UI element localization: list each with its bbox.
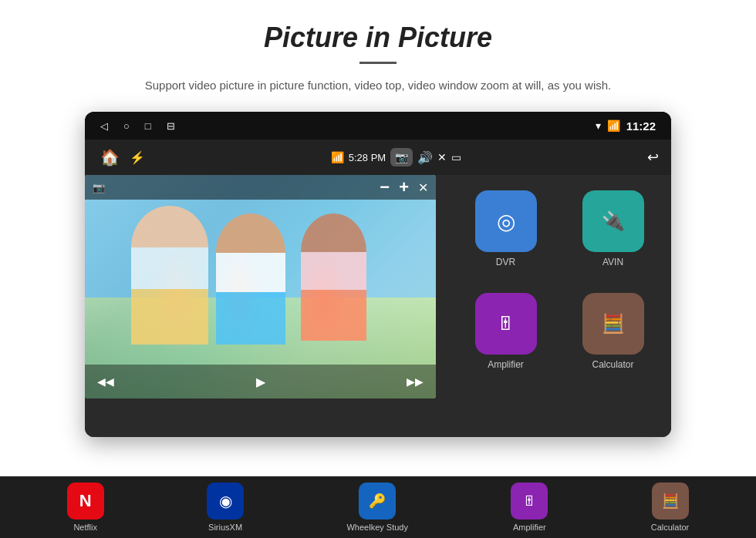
location-icon: ▾ xyxy=(596,119,601,132)
device-frame: ◁ ○ □ ⊟ ▾ 📶 11:22 🏠 ⚡ 📶 5:28 PM xyxy=(85,112,671,437)
amplifier-icon: 🎚 xyxy=(475,293,537,355)
status-bar: ◁ ○ □ ⊟ ▾ 📶 11:22 xyxy=(85,112,671,140)
nav-bar-right: ↩ xyxy=(647,149,659,166)
wifi-icon: 📶 xyxy=(607,119,620,132)
page-wrapper: Picture in Picture Support video picture… xyxy=(0,0,756,437)
page-description: Support video picture in picture functio… xyxy=(145,76,611,95)
pip-minus-btn[interactable]: − xyxy=(380,177,390,197)
dvr-icon: ◎ xyxy=(475,190,537,252)
figure3 xyxy=(301,214,366,341)
page-title: Picture in Picture xyxy=(264,22,492,54)
avin-icon: 🔌 xyxy=(582,190,644,252)
title-divider xyxy=(359,62,397,64)
calculator-icon: 🧮 xyxy=(582,293,644,355)
wifi-nav-icon: 📶 xyxy=(331,151,344,163)
camera-icon: 📷 xyxy=(395,151,408,163)
app-dvr[interactable]: ◎ DVR xyxy=(458,190,553,281)
menu-nav-icon[interactable]: ⊟ xyxy=(167,120,175,132)
status-time: 11:22 xyxy=(626,119,656,133)
main-content: ◎ 📷 − + ✕ xyxy=(85,175,671,437)
app-calculator[interactable]: 🧮 Calculator xyxy=(565,293,660,383)
pip-cam-icon: 📷 xyxy=(93,182,105,193)
dvr-label: DVR xyxy=(496,257,515,267)
avin-label: AVIN xyxy=(602,257,623,267)
home-button[interactable]: 🏠 xyxy=(97,145,122,170)
nav-back-icon[interactable]: ↩ xyxy=(647,149,659,166)
nav-bar-center: 📶 5:28 PM 📷 🔊 ✕ ▭ xyxy=(331,148,461,166)
figure2 xyxy=(216,214,285,345)
pip-controls: ◀◀ ▶ ▶▶ xyxy=(85,365,436,398)
home-icon: 🏠 xyxy=(100,148,120,166)
pip-header: 📷 − + ✕ xyxy=(85,175,436,200)
figure1 xyxy=(131,206,208,345)
pip-close-btn[interactable]: ✕ xyxy=(418,180,428,195)
nav-bar: 🏠 ⚡ 📶 5:28 PM 📷 🔊 ✕ ▭ ↩ xyxy=(85,140,671,175)
recent-nav-icon[interactable]: □ xyxy=(145,120,151,132)
close-pip-icon[interactable]: ✕ xyxy=(437,151,447,163)
pip-play-btn[interactable]: ▶ xyxy=(256,375,265,389)
amplifier-label: Amplifier xyxy=(488,359,524,370)
status-bar-left: ◁ ○ □ ⊟ xyxy=(100,120,175,132)
app-avin[interactable]: 🔌 AVIN xyxy=(565,190,660,281)
back-nav-icon[interactable]: ◁ xyxy=(100,120,108,132)
nav-time: 5:28 PM xyxy=(349,152,386,163)
home-nav-icon[interactable]: ○ xyxy=(123,120,130,132)
app-amplifier[interactable]: 🎚 Amplifier xyxy=(458,293,553,383)
nav-bar-left: 🏠 ⚡ xyxy=(97,145,145,170)
usb-icon: ⚡ xyxy=(130,150,145,165)
status-bar-right: ▾ 📶 11:22 xyxy=(596,119,656,133)
volume-icon[interactable]: 🔊 xyxy=(417,150,433,165)
pip-plus-btn[interactable]: + xyxy=(399,177,409,197)
right-app-grid: ◎ DVR 🔌 AVIN 🎚 Amplifier xyxy=(447,175,671,398)
pip-prev-btn[interactable]: ◀◀ xyxy=(97,375,114,388)
pip-video-container[interactable]: 📷 − + ✕ ◀◀ ▶ xyxy=(85,175,436,398)
calculator-label: Calculator xyxy=(592,359,633,370)
window-icon[interactable]: ▭ xyxy=(451,151,461,163)
pip-next-btn[interactable]: ▶▶ xyxy=(407,375,424,388)
camera-button[interactable]: 📷 xyxy=(390,148,413,166)
